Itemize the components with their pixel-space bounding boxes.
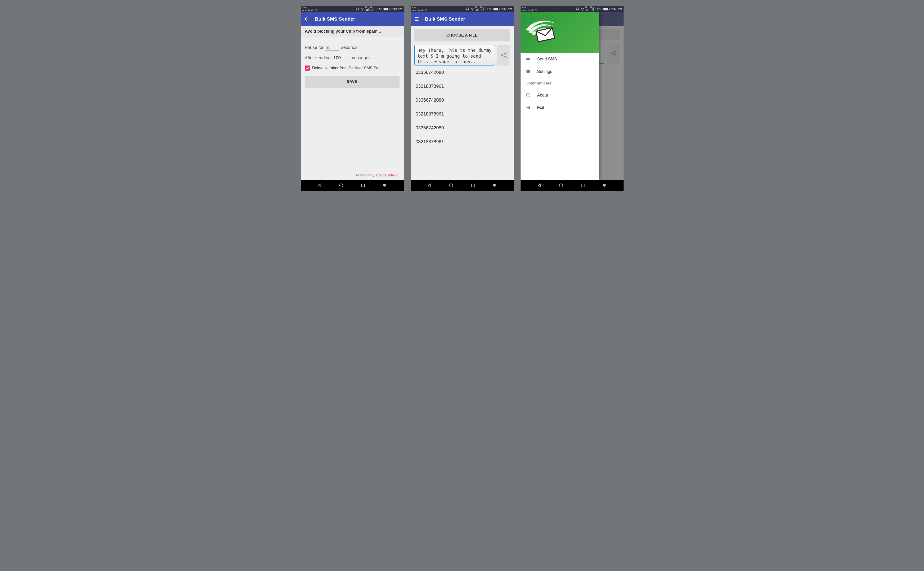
svg-rect-4 [361, 184, 364, 187]
hamburger-icon [414, 16, 420, 22]
battery-pct: 90% [486, 7, 492, 11]
nav-drawer-icon[interactable] [602, 183, 607, 188]
pause-seconds-input[interactable] [325, 45, 339, 51]
drawer-item-exit[interactable]: Exit [521, 101, 599, 114]
hamburger-button[interactable] [414, 16, 420, 22]
wifi-icon [361, 7, 364, 11]
nav-recent-icon[interactable] [360, 183, 366, 188]
nav-back-icon[interactable] [317, 183, 322, 188]
svg-point-2 [363, 10, 363, 11]
save-button[interactable]: SAVE [305, 76, 400, 88]
carrier-label: lfone VARID|Warid [412, 6, 427, 12]
status-bar: lfone VARID|Warid 3G 2G 90% 5:37 pm [521, 6, 623, 12]
nav-drawer-icon[interactable] [382, 183, 387, 188]
list-item[interactable]: 03218878961 [414, 135, 510, 149]
after-count-input[interactable] [332, 55, 349, 61]
back-button[interactable] [304, 16, 310, 22]
number-list: 0335674208003218878961033567420800321887… [414, 65, 510, 149]
checkbox-label: Delete Number from file After SMS Sent [312, 66, 382, 70]
exit-icon [526, 105, 531, 110]
svg-point-16 [528, 71, 529, 72]
battery-icon [603, 8, 609, 11]
send-button[interactable] [497, 45, 510, 65]
pause-suffix: seconds [341, 45, 358, 50]
drawer-item-send-sms[interactable]: Send SMS [521, 53, 599, 65]
info-icon [526, 93, 531, 98]
drawer-item-about[interactable]: About [521, 89, 599, 101]
svg-rect-20 [581, 184, 584, 187]
alarm-icon [575, 7, 579, 11]
list-item[interactable]: 03218878961 [414, 79, 510, 93]
android-nav-bar [521, 180, 623, 191]
svg-point-15 [527, 70, 528, 71]
choose-file-button[interactable]: CHOOSE A FILE [414, 29, 510, 42]
carrier-label: lfone VARID|Warid [522, 6, 537, 12]
nav-home-icon[interactable] [558, 183, 564, 188]
drawer-item-settings[interactable]: Settings [521, 65, 599, 78]
drawer-item-label: Settings [537, 69, 552, 74]
carrier-2: VARID|Warid [302, 9, 314, 12]
send-icon [500, 52, 507, 59]
screen-settings: lfone VARID|Warid 3G 2G 89% 5:38 pm Bulk… [301, 6, 404, 191]
signal-1: 3G [586, 8, 589, 11]
signal-2: 2G [591, 8, 594, 11]
footer-link[interactable]: Coding Infinite [376, 173, 399, 177]
checkbox-checked-icon[interactable] [305, 65, 310, 71]
nav-home-icon[interactable] [339, 183, 344, 188]
svg-point-17 [527, 72, 528, 73]
signal-2: 2G [481, 8, 484, 11]
signal-1: 3G [476, 8, 479, 11]
wifi-icon [581, 7, 585, 11]
drawer-item-label: Exit [537, 105, 544, 110]
list-item[interactable]: 03218878961 [414, 107, 510, 121]
pause-prefix: Pause for [305, 45, 324, 50]
carrier-2: VARID|Warid [522, 9, 534, 12]
signal-2: 2G [371, 8, 374, 11]
screen-drawer: lfone VARID|Warid 3G 2G 90% 5:37 pm [521, 6, 623, 191]
message-input[interactable] [414, 45, 495, 65]
sim-icon [424, 9, 427, 11]
battery-icon [384, 8, 389, 11]
app-title: Bulk SMS Sender [425, 16, 465, 22]
carrier-1: lfone [302, 6, 317, 9]
carrier-1: lfone [412, 6, 427, 9]
svg-rect-9 [471, 184, 474, 187]
nav-drawer-icon[interactable] [492, 183, 497, 188]
list-item[interactable]: 03356742080 [414, 93, 510, 107]
screen-compose: lfone VARID|Warid 3G 2G 90% 5:37 pm Bulk… [410, 6, 514, 191]
app-logo-icon [522, 17, 562, 49]
list-item[interactable]: 03356742080 [414, 65, 510, 79]
app-bar: Bulk SMS Sender [410, 12, 514, 26]
drawer-section-label: Communicate [521, 78, 599, 89]
nav-recent-icon[interactable] [470, 183, 475, 188]
status-bar: lfone VARID|Warid 3G 2G 90% 5:37 pm [410, 6, 514, 12]
navigation-drawer: Send SMSSettings Communicate AboutExit [521, 12, 599, 180]
drawer-item-label: Send SMS [537, 57, 557, 62]
delete-checkbox-row[interactable]: Delete Number from file After SMS Sent [305, 65, 400, 71]
nav-back-icon[interactable] [537, 183, 542, 188]
battery-pct: 89% [376, 7, 382, 11]
android-nav-bar [410, 180, 514, 191]
list-item[interactable]: 03356742080 [414, 121, 510, 135]
alarm-icon [466, 7, 469, 11]
status-bar: lfone VARID|Warid 3G 2G 89% 5:38 pm [301, 6, 404, 12]
nav-back-icon[interactable] [427, 183, 432, 188]
clock: 5:37 pm [500, 7, 512, 11]
app-title: Bulk SMS Sender [315, 16, 355, 22]
arrow-left-icon [304, 16, 310, 22]
drawer-item-label: About [537, 93, 548, 98]
settings-icon [526, 69, 531, 74]
drawer-header [521, 12, 599, 53]
after-suffix: messages [350, 55, 370, 60]
sms-icon [526, 57, 531, 62]
app-bar: Bulk SMS Sender [301, 12, 404, 26]
carrier-2: VARID|Warid [412, 9, 424, 12]
nav-home-icon[interactable] [449, 183, 454, 188]
alarm-icon [356, 7, 359, 11]
after-field-row: After sending messages [305, 55, 400, 61]
android-nav-bar [301, 180, 404, 191]
nav-recent-icon[interactable] [580, 183, 585, 188]
svg-point-7 [472, 10, 473, 11]
clock: 5:37 pm [610, 7, 622, 11]
carrier-1: lfone [522, 6, 537, 9]
